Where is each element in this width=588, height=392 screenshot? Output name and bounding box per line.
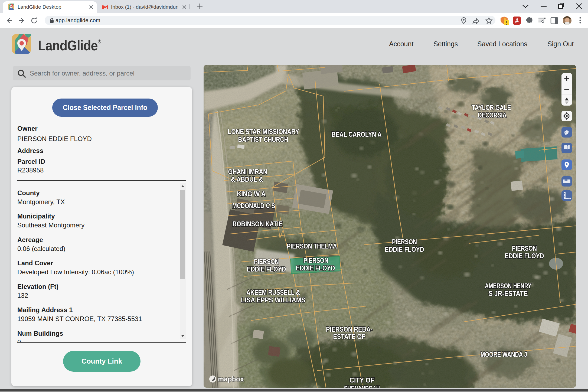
svg-text:PIERSON: PIERSON xyxy=(392,238,417,246)
svg-text:CITY OF: CITY OF xyxy=(349,376,374,384)
svg-text:EDDIE FLOYD: EDDIE FLOYD xyxy=(247,265,286,273)
svg-text:BEAL CAROLYN A: BEAL CAROLYN A xyxy=(332,130,382,138)
svg-text:LONE STAR MISSIONARY: LONE STAR MISSIONARY xyxy=(228,128,299,136)
svg-text:SHENANDOAH: SHENANDOAH xyxy=(344,384,380,388)
svg-text:EDDIE FLOYD: EDDIE FLOYD xyxy=(505,252,544,260)
svg-text:BAPTIST CHURCH: BAPTIST CHURCH xyxy=(238,135,288,143)
svg-text:PIERSON: PIERSON xyxy=(512,244,537,252)
svg-text:PIERSON THELMA: PIERSON THELMA xyxy=(287,242,337,250)
svg-text:GHANI IMRAN: GHANI IMRAN xyxy=(228,168,267,176)
svg-text:EDDIE FLOYD: EDDIE FLOYD xyxy=(296,264,335,272)
svg-text:AKEEM RUSSELL &: AKEEM RUSSELL & xyxy=(246,288,300,296)
svg-text:PIERSON: PIERSON xyxy=(254,257,279,266)
svg-text:LISA EPPS WILLIAMS: LISA EPPS WILLIAMS xyxy=(241,296,305,304)
svg-text:& ABDUL &: & ABDUL & xyxy=(231,175,263,183)
svg-text:MCDONALD C S: MCDONALD C S xyxy=(232,202,275,210)
svg-text:S JR-ESTATE: S JR-ESTATE xyxy=(489,289,528,298)
svg-text:PIERSON REBA-: PIERSON REBA- xyxy=(326,325,373,333)
svg-text:EDDIE FLOYD: EDDIE FLOYD xyxy=(385,245,424,253)
svg-text:TAYLOR GALE: TAYLOR GALE xyxy=(472,103,511,112)
svg-text:DECORSIA: DECORSIA xyxy=(478,111,507,119)
svg-text:KING W A: KING W A xyxy=(237,190,266,198)
svg-text:ROBINSON KATIE: ROBINSON KATIE xyxy=(233,220,283,228)
svg-text:ESTATE OF: ESTATE OF xyxy=(333,332,365,341)
svg-text:mapbox: mapbox xyxy=(218,375,244,383)
svg-text:PIERSON: PIERSON xyxy=(303,256,328,264)
svg-text:MOORE WANDA J: MOORE WANDA J xyxy=(481,350,527,358)
svg-text:AMERSON HENRY: AMERSON HENRY xyxy=(485,282,531,290)
